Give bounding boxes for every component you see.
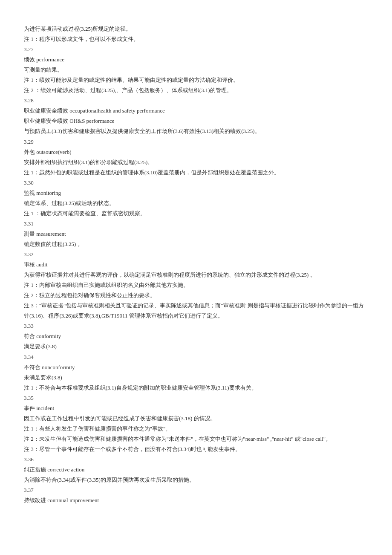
text-line: 注 1：有些人将发生了伤害和健康损害的事件称之为"事故"。 (24, 424, 368, 434)
text-line: 注 1：绩效可能涉及定量的或定性的结果。结果可能由定性的或定量的方法确定和评价。 (24, 75, 368, 85)
text-line: 3.29 (24, 137, 368, 147)
text-line: 注 1：不符合与本标准要求及组织(3.1)自身规定的附加的职业健康安全管理体系(… (24, 383, 368, 393)
text-line: 持续改进 continual improvement (24, 495, 368, 506)
text-line: 3.34 (24, 352, 368, 362)
text-line: 与预防员工(3.3)伤害和健康损害以及提供健康安全的工作场所(3.6)有效性(3… (24, 126, 368, 136)
text-line: 注 1：程序可以形成文件，也可以不形成文件。 (24, 34, 368, 44)
text-line: 不符合 nonconformity (24, 362, 368, 373)
text-line: 可测量的结果。 (24, 65, 368, 75)
text-line: 确定体系、过程(3.25)或活动的状态。 (24, 198, 368, 208)
text-line: 注 2：独立的过程包括对确保客观性和公正性的要求。 (24, 290, 368, 301)
text-line: 监视 monitoring (24, 188, 368, 198)
text-line: 注 1：内部审核由组织自己实施或以组织的名义由外部其他方实施。 (24, 280, 368, 290)
text-line: 测量 measurement (24, 229, 368, 239)
text-line: 3.35 (24, 393, 368, 403)
text-line: 审核 audit (24, 260, 368, 270)
document-body: 为进行某项活动或过程(3.25)所规定的途径。 注 1：程序可以形成文件，也可以… (24, 24, 368, 506)
text-line: 确定数值的过程(3.25) 。 (24, 239, 368, 249)
text-line: 外包 outsource(verb) (24, 147, 368, 157)
text-line: 注 3："审核证据"包括与审核准则相关且可验证的记录、事实陈述或其他信息；而"审… (24, 301, 368, 321)
text-line: 安排外部组织执行组织(3.1)的部分职能或过程(3.25)。 (24, 157, 368, 168)
text-line: 事件 incident (24, 403, 368, 413)
text-line: 3.32 (24, 249, 368, 260)
text-line: 绩效 performance (24, 55, 368, 65)
text-line: 3.31 (24, 219, 368, 229)
text-line: 注 2 ：绩效可能涉及活动、过程(3.25),、产品（包括服务）、体系或组织(3… (24, 85, 368, 95)
text-line: 职业健康安全绩效 OH&S performance (24, 116, 368, 126)
text-line: 注 2：未发生但有可能造成伤害和健康损害的本件通常称为"未送本件"，在英文中也可… (24, 434, 368, 444)
text-line: 3.36 (24, 454, 368, 465)
text-line: 3.27 (24, 44, 368, 55)
text-line: 为进行某项活动或过程(3.25)所规定的途径。 (24, 24, 368, 34)
text-line: 因工作或在工作过程中引发的可能或已经造成了伤害和健康损害(3.18) 的情况。 (24, 413, 368, 424)
text-line: 注 1：虽然外包的职能或过程是在组织的管理体系(3.10)覆盖范册内，但是外部组… (24, 168, 368, 178)
text-line: 3.30 (24, 178, 368, 188)
text-line: 未满足要求(3.8) (24, 373, 368, 383)
text-line: 符合 conformity (24, 331, 368, 341)
text-line: 3.28 (24, 95, 368, 106)
text-line: 3.33 (24, 321, 368, 331)
text-line: 为消除不符合(3.34)或车件(3.35)的原因并预防再次发生所采取的措施。 (24, 475, 368, 485)
text-line: 职业健康安全绩效 occupationalhealth and safety p… (24, 106, 368, 116)
text-line: 为获得审核证据并对其进行客观的评价，以确定满足审核准则的程度所进行的系统的、独立… (24, 270, 368, 280)
text-line: 注 1 ：确定状态可能需要检查、监督或密切观察。 (24, 208, 368, 219)
text-line: 满足要求(3.8) (24, 341, 368, 352)
text-line: 纠正措施 corrective action (24, 465, 368, 475)
text-line: 3.37 (24, 485, 368, 495)
text-line: 注 3：尽管一个事件可能存在一个或多个不符合，但没有不符合(3.34)时也可能发… (24, 444, 368, 454)
